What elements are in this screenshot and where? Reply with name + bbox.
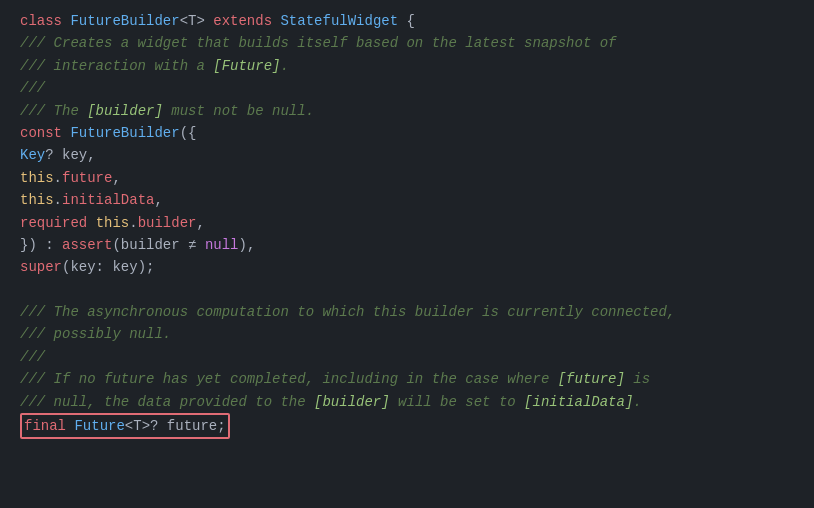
code-token: builder: [138, 212, 197, 234]
code-line: /// Creates a widget that builds itself …: [20, 32, 794, 54]
code-line: [20, 279, 794, 301]
code-token: .: [280, 55, 288, 77]
code-token: null, the data provided to the: [54, 391, 314, 413]
code-token: .: [54, 189, 62, 211]
code-token: .: [129, 212, 137, 234]
code-token: StatefulWidget: [280, 10, 406, 32]
code-token: }) :: [20, 234, 62, 256]
code-token: The: [54, 100, 88, 122]
code-token: required: [20, 212, 96, 234]
code-token: this: [20, 167, 54, 189]
code-token: .: [633, 391, 641, 413]
code-line: class FutureBuilder<T> extends StatefulW…: [20, 10, 794, 32]
code-token: <T>: [125, 415, 150, 437]
code-token: final: [24, 415, 74, 437]
code-token: of: [600, 32, 617, 54]
code-token: Key: [20, 144, 45, 166]
code-token: will be set to: [390, 391, 524, 413]
code-token: [196, 234, 204, 256]
code-token: Future: [74, 415, 124, 437]
code-token: The asynchronous computation to which th…: [54, 301, 676, 323]
code-content: class FutureBuilder<T> extends StatefulW…: [20, 10, 794, 439]
code-token: future: [62, 167, 112, 189]
code-token: FutureBuilder: [70, 10, 179, 32]
code-token: If no future has yet completed, includin…: [54, 368, 558, 390]
code-token: possibly null.: [54, 323, 172, 345]
code-token: extends: [213, 10, 280, 32]
code-token: this: [96, 212, 130, 234]
code-token: Creates a widget that builds itself base…: [54, 32, 600, 54]
code-line: /// The [builder] must not be null.: [20, 100, 794, 122]
code-token: FutureBuilder: [70, 122, 179, 144]
code-token: [initialData]: [524, 391, 633, 413]
code-token: ?: [45, 144, 62, 166]
code-token: this: [20, 189, 54, 211]
code-token: null: [205, 234, 239, 256]
code-token: ///: [20, 323, 54, 345]
code-line: }) : assert(builder ≠ null),: [20, 234, 794, 256]
code-line: ///: [20, 77, 794, 99]
code-token: const: [20, 122, 70, 144]
code-line: super(key: key);: [20, 256, 794, 278]
code-token: class: [20, 10, 70, 32]
code-line: required this.builder,: [20, 212, 794, 234]
code-token: <T>: [180, 10, 214, 32]
code-line: Key? key,: [20, 144, 794, 166]
code-token: ///: [20, 77, 45, 99]
code-line: /// The asynchronous computation to whic…: [20, 301, 794, 323]
code-token: (builder: [112, 234, 188, 256]
code-token: key: [62, 144, 87, 166]
code-token: ≠: [188, 234, 196, 256]
code-token: {: [407, 10, 415, 32]
code-token: [builder]: [314, 391, 390, 413]
code-line: const FutureBuilder({: [20, 122, 794, 144]
code-line: this.future,: [20, 167, 794, 189]
code-token: ///: [20, 301, 54, 323]
code-token: (key: key);: [62, 256, 154, 278]
code-token: ),: [238, 234, 255, 256]
code-line: /// interaction with a [Future].: [20, 55, 794, 77]
code-token: must not be null.: [163, 100, 314, 122]
code-token: ///: [20, 32, 54, 54]
code-token: initialData: [62, 189, 154, 211]
code-token: super: [20, 256, 62, 278]
code-token: ,: [196, 212, 204, 234]
code-token: assert: [62, 234, 112, 256]
code-token: ({: [180, 122, 197, 144]
code-line: this.initialData,: [20, 189, 794, 211]
code-line: /// possibly null.: [20, 323, 794, 345]
code-line: /// If no future has yet completed, incl…: [20, 368, 794, 390]
code-token: [builder]: [87, 100, 163, 122]
code-token: ///: [20, 391, 54, 413]
code-token: [future]: [558, 368, 625, 390]
code-token: ///: [20, 368, 54, 390]
code-line: /// null, the data provided to the [buil…: [20, 391, 794, 413]
code-token: ///: [20, 346, 45, 368]
code-token: ,: [87, 144, 95, 166]
code-token: ? future;: [150, 415, 226, 437]
code-editor: class FutureBuilder<T> extends StatefulW…: [0, 0, 814, 508]
code-token: [Future]: [213, 55, 280, 77]
code-token: ///: [20, 100, 54, 122]
code-token: ///: [20, 55, 54, 77]
code-token: is: [625, 368, 650, 390]
code-token: .: [54, 167, 62, 189]
code-line: ///: [20, 346, 794, 368]
code-token: interaction with a: [54, 55, 214, 77]
highlighted-code-line: final Future<T>? future;: [20, 413, 230, 439]
code-line: final Future<T>? future;: [20, 413, 794, 439]
code-token: ,: [154, 189, 162, 211]
code-token: ,: [112, 167, 120, 189]
